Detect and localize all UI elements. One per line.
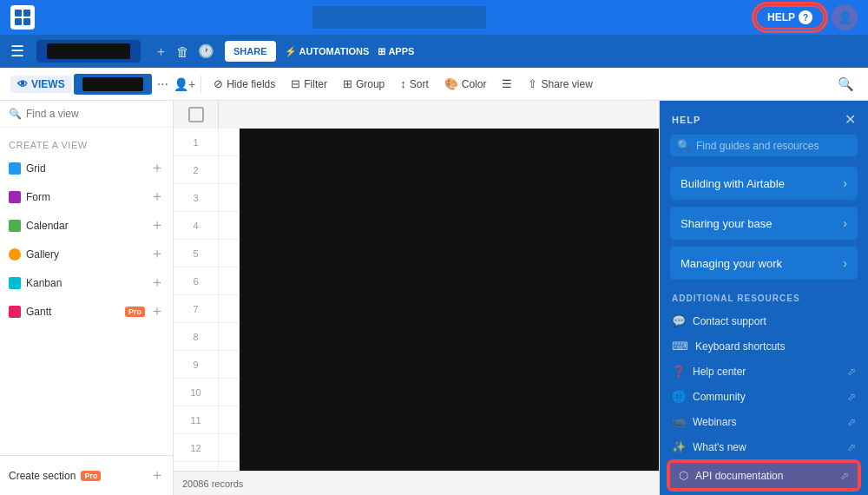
help-panel-close-button[interactable]: ✕ <box>845 111 856 128</box>
toolbar-action-icons: ＋ 🗑 🕐 <box>153 42 216 62</box>
expand-cell[interactable] <box>219 323 240 351</box>
find-view-input[interactable] <box>26 108 164 120</box>
main-layout: 🔍 Create a view Grid ＋ Form ＋ Calendar ＋ <box>0 101 868 495</box>
grid-data-cell[interactable] <box>240 156 660 184</box>
expand-cell[interactable] <box>219 462 240 472</box>
grid-data-cell[interactable] <box>240 295 660 323</box>
expand-cell[interactable] <box>219 351 240 379</box>
grid-footer: 20086 records <box>174 471 660 495</box>
create-section-row[interactable]: Create section Pro ＋ <box>9 463 164 488</box>
expand-cell[interactable] <box>219 240 240 267</box>
grid-data-cell[interactable] <box>240 212 660 240</box>
views-tab[interactable]: 👁 VIEWS <box>10 76 72 93</box>
table-row[interactable]: 9 <box>174 351 660 379</box>
hamburger-icon[interactable]: ☰ <box>10 42 24 61</box>
hide-fields-button[interactable]: ⊘ Hide fields <box>207 74 282 94</box>
top-bar-right: HELP ? 👤 <box>755 4 858 30</box>
table-row[interactable]: 8 <box>174 323 660 351</box>
app-logo[interactable] <box>10 5 35 30</box>
sidebar-item-gantt[interactable]: Gantt Pro ＋ <box>0 297 173 326</box>
resource-help-center[interactable]: ❓ Help center ⬀ <box>660 359 868 384</box>
apps-button[interactable]: ⊞ APPS <box>378 46 414 57</box>
grid-data-cell[interactable] <box>240 379 660 406</box>
help-nav-building[interactable]: Building with Airtable › <box>670 167 858 200</box>
add-grid-icon[interactable]: ＋ <box>150 159 164 177</box>
grid-data-cell[interactable] <box>240 323 660 351</box>
help-button[interactable]: HELP ? <box>755 5 825 30</box>
sidebar-item-kanban[interactable]: Kanban ＋ <box>0 268 173 297</box>
add-calendar-icon[interactable]: ＋ <box>150 216 164 234</box>
color-button[interactable]: 🎨 Color <box>437 74 494 94</box>
active-table-tab[interactable] <box>36 40 141 63</box>
sidebar-item-form[interactable]: Form ＋ <box>0 182 173 211</box>
table-row[interactable]: 12 <box>174 434 660 462</box>
automations-button[interactable]: ⚡ AUTOMATIONS <box>285 46 370 57</box>
search-button[interactable]: 🔍 <box>834 73 858 96</box>
group-button[interactable]: ⊞ Group <box>336 74 391 94</box>
community-ext-icon: ⬀ <box>847 391 856 403</box>
grid-data-cell[interactable] <box>240 240 660 267</box>
sort-button[interactable]: ↕ Sort <box>393 74 436 94</box>
sidebar-item-calendar[interactable]: Calendar ＋ <box>0 211 173 240</box>
table-row[interactable]: 11 <box>174 406 660 434</box>
share-view-icon[interactable]: 👤+ <box>174 77 195 91</box>
table-row[interactable]: 5 <box>174 240 660 267</box>
table-row[interactable]: 2 <box>174 156 660 184</box>
resource-webinars[interactable]: 📹 Webinars ⬀ <box>660 409 868 434</box>
resource-contact-support[interactable]: 💬 Contact support <box>660 308 868 333</box>
expand-cell[interactable] <box>219 267 240 295</box>
expand-cell[interactable] <box>219 212 240 240</box>
grid-data-cell[interactable] <box>240 184 660 212</box>
grid-data-cell[interactable] <box>240 267 660 295</box>
more-options-icon[interactable]: ··· <box>154 75 172 94</box>
table-row[interactable]: 4 <box>174 212 660 240</box>
add-gantt-icon[interactable]: ＋ <box>150 302 164 320</box>
help-nav-sharing[interactable]: Sharing your base › <box>670 207 858 240</box>
grid-data-cell[interactable] <box>240 434 660 462</box>
add-kanban-icon[interactable]: ＋ <box>150 274 164 292</box>
grid-data-cell[interactable] <box>240 406 660 434</box>
table-row[interactable]: 1 <box>174 129 660 156</box>
expand-cell[interactable] <box>219 184 240 212</box>
table-row[interactable]: 13 <box>174 462 660 471</box>
table-row[interactable]: 10 <box>174 379 660 406</box>
row-height-button[interactable]: ☰ <box>495 74 519 94</box>
resource-keyboard-shortcuts[interactable]: ⌨ Keyboard shortcuts <box>660 333 868 359</box>
add-field-icon[interactable]: ＋ <box>153 42 169 62</box>
expand-cell[interactable] <box>219 129 240 156</box>
share-view-button[interactable]: ⇧ Share view <box>521 74 599 94</box>
add-form-icon[interactable]: ＋ <box>150 188 164 206</box>
resource-community[interactable]: 🌐 Community ⬀ <box>660 384 868 409</box>
avatar[interactable]: 👤 <box>832 4 858 30</box>
share-button[interactable]: SHARE <box>225 41 276 62</box>
current-view-tab[interactable] <box>74 74 152 95</box>
table-row[interactable]: 3 <box>174 184 660 212</box>
select-all-checkbox[interactable] <box>188 107 204 122</box>
sidebar-item-gallery[interactable]: Gallery ＋ <box>0 240 173 268</box>
expand-cell[interactable] <box>219 156 240 184</box>
help-nav-managing[interactable]: Managing your work › <box>670 247 858 280</box>
help-search-input[interactable] <box>696 140 851 152</box>
title-area <box>43 6 755 29</box>
grid-data-cell[interactable] <box>240 351 660 379</box>
help-nav-sharing-label: Sharing your base <box>681 217 773 230</box>
grid-data-cell[interactable] <box>240 462 660 472</box>
expand-cell[interactable] <box>219 295 240 323</box>
add-gallery-icon[interactable]: ＋ <box>150 245 164 263</box>
add-section-icon[interactable]: ＋ <box>150 466 164 485</box>
filter-button[interactable]: ⊟ Filter <box>284 74 334 94</box>
calendar-label: Calendar <box>26 220 145 232</box>
history-icon[interactable]: 🕐 <box>196 42 216 61</box>
table-row[interactable]: 7 <box>174 295 660 323</box>
grid-data-cell[interactable] <box>240 129 660 156</box>
base-title-input[interactable] <box>312 6 486 29</box>
expand-cell[interactable] <box>219 379 240 406</box>
resource-whats-new[interactable]: ✨ What's new ⬀ <box>660 434 868 459</box>
resource-api-docs[interactable]: ⬡ API documentation ⬀ <box>668 461 859 490</box>
expand-cell[interactable] <box>219 406 240 434</box>
delete-icon[interactable]: 🗑 <box>174 43 191 61</box>
expand-cell[interactable] <box>219 434 240 462</box>
grid-body: 1 2 3 4 5 6 7 8 <box>174 129 660 471</box>
table-row[interactable]: 6 <box>174 267 660 295</box>
sidebar-item-grid[interactable]: Grid ＋ <box>0 154 173 182</box>
